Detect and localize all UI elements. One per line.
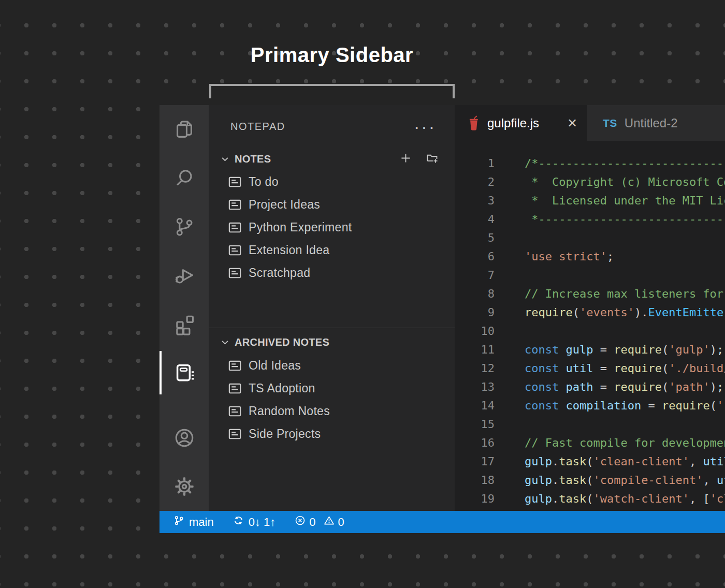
code-token: , [703,474,717,487]
code-text [495,415,525,434]
code-line[interactable]: 7 [455,266,725,285]
code-text: require('events').EventEmitter.defaultMa… [495,303,725,322]
code-token: = [593,380,614,393]
code-token: 'compile-client' [593,474,703,487]
line-number[interactable]: 4 [455,210,495,229]
note-item[interactable]: Extension Idea [209,239,455,261]
code-token: require [662,399,710,412]
note-item-label: TS Adoption [249,381,315,395]
line-number[interactable]: 9 [455,303,495,322]
note-item-label: Python Experiment [249,220,352,234]
code-line[interactable]: 16// Fast compile for development time [455,434,725,452]
line-number[interactable]: 5 [455,229,495,247]
code-line[interactable]: 5 [455,229,725,247]
tab-bar: gulpfile.js × TS Untitled-2 [455,105,725,141]
code-token: = [641,399,662,412]
gulp-icon [468,115,480,130]
more-actions-button[interactable]: ··· [414,122,436,130]
code-token: ( [662,380,669,393]
note-item[interactable]: Python Experiment [209,216,455,239]
code-token: // Increase max listeners for event emit… [525,287,725,300]
code-line[interactable]: 8// Increase max listeners for event emi… [455,285,725,303]
line-number[interactable]: 1 [455,154,495,173]
sidebar-header: NOTEPAD ··· [209,105,455,148]
activity-item-extensions[interactable] [160,300,209,348]
note-item[interactable]: Old Ideas [209,354,455,377]
note-item[interactable]: Random Notes [209,400,455,422]
code-token: util [717,474,725,487]
code-text: gulp.task('watch-client', ['clean-client… [495,490,725,508]
note-icon [228,381,242,395]
code-line[interactable]: 19gulp.task('watch-client', ['clean-clie… [455,490,725,508]
code-token: * Licensed under the MIT License. See Li… [525,194,725,207]
git-branch-icon [173,514,185,530]
code-text: gulp.task('clean-client', util.rimraf('o… [495,452,725,471]
code-editor[interactable]: 1/*-------------------------------------… [455,141,725,511]
section-label: ARCHIVED NOTES [235,336,329,348]
activity-item-notepad[interactable] [160,348,209,397]
code-line[interactable]: 18gulp.task('compile-client', util.task.… [455,471,725,490]
line-number[interactable]: 3 [455,192,495,210]
code-line[interactable]: 2 * Copyright (c) Microsoft Corporation.… [455,173,725,192]
extensions-icon [172,312,196,336]
note-item[interactable]: Project Ideas [209,193,455,216]
code-token: ( [586,474,593,487]
note-item[interactable]: Side Projects [209,422,455,445]
note-item[interactable]: TS Adoption [209,377,455,400]
code-line[interactable]: 9require('events').EventEmitter.defaultM… [455,303,725,322]
code-token: ). [634,306,648,319]
activity-item-search[interactable] [160,154,209,202]
code-line[interactable]: 14const compilation = require('./build/l… [455,396,725,415]
note-item[interactable]: Scratchpad [209,261,455,284]
line-number[interactable]: 2 [455,173,495,192]
line-number[interactable]: 7 [455,266,495,285]
code-line[interactable]: 6'use strict'; [455,247,725,266]
code-text: const util = require('./build/lib/util')… [495,359,725,378]
activity-item-accounts[interactable] [160,414,209,462]
code-line[interactable]: 15 [455,415,725,434]
code-line[interactable]: 10 [455,322,725,341]
problems-status[interactable]: 0 0 [294,514,344,530]
activity-item-source-control[interactable] [160,202,209,251]
line-number[interactable]: 19 [455,490,495,508]
code-line[interactable]: 12const util = require('./build/lib/util… [455,359,725,378]
activity-item-settings[interactable] [160,462,209,511]
sidebar-region-bracket [209,84,455,98]
code-line[interactable]: 11const gulp = require('gulp'); [455,341,725,359]
activity-item-explorer[interactable] [160,105,209,154]
tab-untitled-2[interactable]: TS Untitled-2 [587,105,725,141]
code-line[interactable]: 1/*-------------------------------------… [455,154,725,173]
new-note-button[interactable] [399,151,413,167]
code-line[interactable]: 13const path = require('path'); [455,378,725,396]
code-text: const gulp = require('gulp'); [495,341,723,359]
new-folder-button[interactable] [425,151,439,167]
line-number[interactable]: 11 [455,341,495,359]
line-number[interactable]: 16 [455,434,495,452]
line-number[interactable]: 15 [455,415,495,434]
code-token: . [552,492,559,505]
section-label: NOTES [235,153,271,165]
code-line[interactable]: 3 * Licensed under the MIT License. See … [455,192,725,210]
code-line[interactable]: 17gulp.task('clean-client', util.rimraf(… [455,452,725,471]
section-header-archived-notes[interactable]: ARCHIVED NOTES [209,328,455,354]
code-line[interactable]: 4 *-------------------------------------… [455,210,725,229]
line-number[interactable]: 13 [455,378,495,396]
note-item[interactable]: To do [209,170,455,193]
line-number[interactable]: 14 [455,396,495,415]
section-header-notes[interactable]: NOTES [209,148,455,170]
line-number[interactable]: 10 [455,322,495,341]
tab-gulpfile[interactable]: gulpfile.js × [455,105,585,141]
tab-label: Untitled-2 [625,116,678,130]
sync-status[interactable]: 0↓ 1↑ [233,514,276,530]
branch-status[interactable]: main [173,514,214,530]
line-number[interactable]: 17 [455,452,495,471]
line-number[interactable]: 6 [455,247,495,266]
line-number[interactable]: 12 [455,359,495,378]
code-token: *---------------------------------------… [525,213,725,226]
close-icon[interactable]: × [568,115,577,131]
activity-item-run-debug[interactable] [160,251,209,300]
chevron-down-icon [220,337,230,347]
line-number[interactable]: 8 [455,285,495,303]
line-number[interactable]: 18 [455,471,495,490]
error-icon [294,514,306,530]
